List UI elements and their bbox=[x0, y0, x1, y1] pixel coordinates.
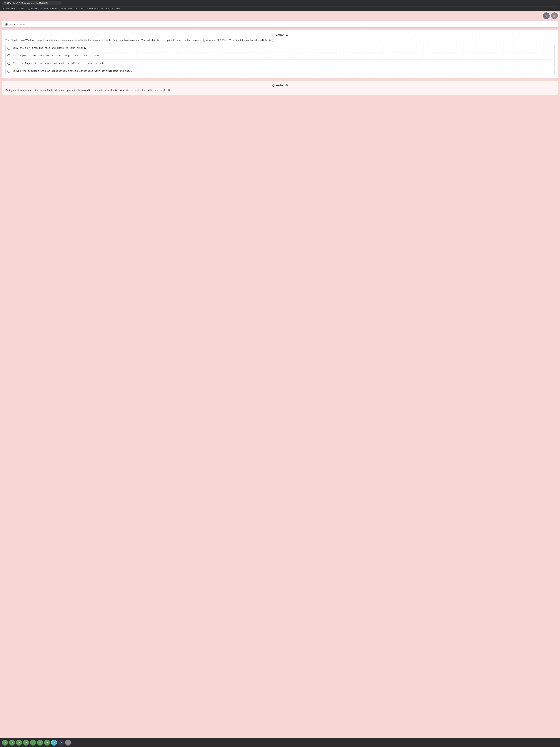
page-dot-9[interactable] bbox=[65, 740, 71, 746]
page-dot-6[interactable]: 7.9 bbox=[44, 740, 50, 746]
radio-prev[interactable] bbox=[5, 23, 7, 26]
bookmark-icon-wordref: R bbox=[41, 7, 43, 10]
bookmark-label-ubw: UBW bbox=[104, 7, 109, 10]
top-controls: + ▶ bbox=[0, 11, 560, 21]
answer-text-b: Take a picture of the file and send the … bbox=[12, 54, 100, 58]
bookmark-label-werschool: werschool bbox=[5, 7, 15, 10]
bookmark-label-ug66: 66 UG66 bbox=[64, 7, 73, 10]
bookmark-label-cmg: CMG bbox=[115, 7, 120, 10]
address-bar[interactable]: 8944/section/229334/assignment/48446801/ bbox=[2, 1, 61, 5]
question4-body: Your friend is on a Windows computer and… bbox=[5, 38, 555, 42]
page-dot-5[interactable]: 7.8 bbox=[37, 740, 43, 746]
answer-text-d: Retype the document into an application … bbox=[12, 70, 132, 73]
pagination-dots: 7.37.47.57.67.77.87.97.10● bbox=[2, 740, 71, 746]
page-dot-2[interactable]: 7.5 bbox=[16, 740, 22, 746]
bookmark-label-tug: TUG bbox=[78, 7, 83, 10]
bookmark-savvas[interactable]: △Savvas bbox=[28, 7, 38, 10]
bookmark-cmg[interactable]: ✦CMG bbox=[111, 7, 120, 10]
bookmark-ug66[interactable]: ⊞66 UG66 bbox=[60, 7, 73, 10]
question4-title: Question: 4 bbox=[5, 33, 555, 36]
question4-card: Question: 4 Your friend is on a Windows … bbox=[2, 30, 558, 78]
bookmark-icon-tug: ⊞ bbox=[75, 7, 78, 10]
page-content: + ▶ permissions Question: 4 Your friend … bbox=[0, 11, 560, 738]
radio-b[interactable] bbox=[7, 54, 10, 57]
answer-option-c[interactable]: Save the Pages file as a pdf and send th… bbox=[5, 60, 555, 67]
answer-text-a: Copy the text from the file and email to… bbox=[12, 47, 86, 50]
page-dot-3[interactable]: 7.6 bbox=[23, 740, 29, 746]
bookmark-werschool[interactable]: ⊞werschool bbox=[2, 7, 15, 10]
bookmark-label-mail: Mail bbox=[21, 7, 25, 10]
radio-a[interactable] bbox=[7, 47, 10, 50]
prev-answer-area: permissions bbox=[2, 21, 558, 28]
bookmark-ubw[interactable]: ⊞UBW bbox=[101, 7, 109, 10]
answer-option-b[interactable]: Take a picture of the file and send the … bbox=[5, 52, 555, 59]
bookmark-mail[interactable]: ○Mail bbox=[18, 7, 25, 10]
question5-card: Question: 5 During an internship, a clie… bbox=[2, 81, 558, 95]
add-button[interactable]: + bbox=[543, 12, 550, 19]
answer-option-d[interactable]: Retype the document into an application … bbox=[5, 68, 555, 75]
page-dot-0[interactable]: 7.3 bbox=[2, 740, 8, 746]
bookmark-icon-mail: ○ bbox=[18, 7, 20, 10]
bookmark-icon-werschool: ⊞ bbox=[2, 7, 5, 10]
bookmark-label-wordref: word reference bbox=[44, 7, 58, 10]
bookmark-icon-cmg: ✦ bbox=[111, 7, 114, 10]
answer-option-a[interactable]: Copy the text from the file and email to… bbox=[5, 45, 555, 52]
bookmark-icon-savvas: △ bbox=[28, 7, 30, 10]
bookmark-wordref[interactable]: Rword reference bbox=[41, 7, 58, 10]
page-dot-4[interactable]: 7.7 bbox=[30, 740, 36, 746]
bookmark-label-swerve: SWERVE bbox=[89, 7, 98, 10]
play-button[interactable]: ▶ bbox=[551, 12, 558, 19]
question5-body: During an internship, a client requests … bbox=[5, 88, 555, 92]
page-dot-1[interactable]: 7.4 bbox=[9, 740, 15, 746]
bottom-bar: 7.37.47.57.67.77.87.97.10● bbox=[0, 738, 560, 747]
bookmark-swerve[interactable]: ⟳SWERVE bbox=[85, 7, 98, 10]
bookmark-tug[interactable]: ⊞TUG bbox=[75, 7, 83, 10]
question5-title: Question: 5 bbox=[5, 84, 555, 87]
page-dot-8[interactable]: ● bbox=[58, 740, 64, 746]
radio-c[interactable] bbox=[7, 62, 10, 65]
address-text: 8944/section/229334/assignment/48446801/ bbox=[4, 2, 48, 4]
page-dot-7[interactable]: 7.10 bbox=[51, 740, 57, 746]
bookmark-icon-swerve: ⟳ bbox=[85, 7, 88, 10]
browser-chrome: 8944/section/229334/assignment/48446801/… bbox=[0, 0, 560, 11]
radio-fill bbox=[5, 23, 7, 25]
answer-options-container: Copy the text from the file and email to… bbox=[5, 45, 555, 75]
prev-answer-text: permissions bbox=[9, 23, 25, 26]
bookmarks-bar: ⊞werschool○Mail△SavvasRword reference⊞66… bbox=[2, 6, 558, 11]
radio-d[interactable] bbox=[7, 70, 10, 73]
bookmark-icon-ug66: ⊞ bbox=[60, 7, 63, 10]
bookmark-label-savvas: Savvas bbox=[31, 7, 38, 10]
bookmark-icon-ubw: ⊞ bbox=[101, 7, 103, 10]
answer-text-c: Save the Pages file as a pdf and send th… bbox=[12, 62, 104, 65]
